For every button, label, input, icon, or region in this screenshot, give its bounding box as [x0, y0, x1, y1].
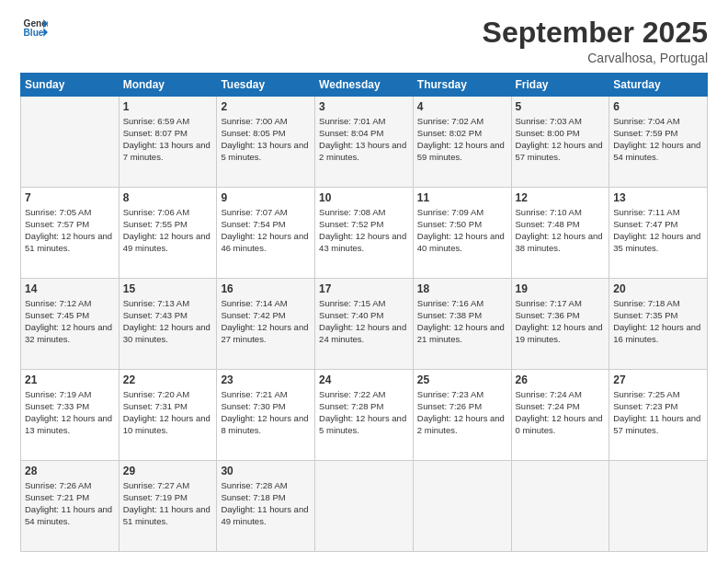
daylight: Daylight: 12 hours and 30 minutes.: [123, 322, 210, 344]
table-row: 11 Sunrise: 7:09 AM Sunset: 7:50 PM Dayl…: [413, 188, 511, 279]
day-number: 9: [221, 190, 311, 205]
daylight: Daylight: 12 hours and 8 minutes.: [221, 413, 308, 435]
table-row: 8 Sunrise: 7:06 AM Sunset: 7:55 PM Dayli…: [119, 188, 217, 279]
day-number: 8: [123, 190, 213, 205]
daylight: Daylight: 12 hours and 46 minutes.: [221, 231, 308, 253]
sunrise: Sunrise: 7:20 AM: [123, 389, 189, 399]
table-row: 24 Sunrise: 7:22 AM Sunset: 7:28 PM Dayl…: [315, 370, 414, 461]
daylight: Daylight: 12 hours and 2 minutes.: [417, 413, 505, 435]
daylight: Daylight: 12 hours and 40 minutes.: [417, 231, 505, 253]
day-number: 10: [319, 190, 409, 205]
daylight: Daylight: 11 hours and 51 minutes.: [123, 504, 210, 526]
table-row: 21 Sunrise: 7:19 AM Sunset: 7:33 PM Dayl…: [21, 370, 119, 461]
table-row: 18 Sunrise: 7:16 AM Sunset: 7:38 PM Dayl…: [413, 279, 511, 370]
sunset: Sunset: 7:50 PM: [417, 219, 482, 229]
table-row: 17 Sunrise: 7:15 AM Sunset: 7:40 PM Dayl…: [315, 279, 414, 370]
sunset: Sunset: 7:19 PM: [123, 492, 188, 502]
sunrise: Sunrise: 7:04 AM: [613, 116, 679, 126]
day-number: 21: [25, 373, 115, 387]
day-number: 15: [123, 282, 213, 296]
daylight: Daylight: 12 hours and 16 minutes.: [613, 322, 700, 344]
sunrise: Sunrise: 7:17 AM: [516, 298, 582, 308]
day-number: 18: [417, 282, 507, 296]
location: Carvalhosa, Portugal: [483, 51, 708, 65]
table-row: [511, 461, 609, 552]
day-number: 26: [516, 373, 606, 387]
calendar-row-2: 14 Sunrise: 7:12 AM Sunset: 7:45 PM Dayl…: [21, 279, 708, 370]
day-number: 6: [613, 99, 703, 114]
sunrise: Sunrise: 7:16 AM: [417, 298, 483, 308]
daylight: Daylight: 12 hours and 57 minutes.: [516, 140, 603, 162]
header-row: Sunday Monday Tuesday Wednesday Thursday…: [21, 74, 708, 97]
day-number: 17: [319, 282, 409, 296]
day-number: 1: [123, 99, 213, 114]
table-row: 14 Sunrise: 7:12 AM Sunset: 7:45 PM Dayl…: [21, 279, 119, 370]
sunset: Sunset: 8:07 PM: [123, 128, 188, 138]
col-saturday: Saturday: [609, 74, 708, 97]
table-row: 19 Sunrise: 7:17 AM Sunset: 7:36 PM Dayl…: [511, 279, 609, 370]
col-wednesday: Wednesday: [315, 74, 414, 97]
sunrise: Sunrise: 7:06 AM: [123, 207, 189, 217]
daylight: Daylight: 12 hours and 49 minutes.: [123, 231, 210, 253]
table-row: 30 Sunrise: 7:28 AM Sunset: 7:18 PM Dayl…: [217, 461, 315, 552]
sunrise: Sunrise: 7:23 AM: [417, 389, 483, 399]
day-number: 27: [613, 373, 703, 387]
day-number: 12: [516, 190, 606, 205]
sunset: Sunset: 7:30 PM: [221, 401, 285, 411]
sunrise: Sunrise: 6:59 AM: [123, 116, 189, 126]
day-number: 20: [613, 282, 703, 296]
table-row: 27 Sunrise: 7:25 AM Sunset: 7:23 PM Dayl…: [609, 370, 708, 461]
table-row: 15 Sunrise: 7:13 AM Sunset: 7:43 PM Dayl…: [119, 279, 217, 370]
daylight: Daylight: 11 hours and 49 minutes.: [221, 504, 308, 526]
day-number: 13: [613, 190, 703, 205]
sunset: Sunset: 7:55 PM: [123, 219, 188, 229]
daylight: Daylight: 12 hours and 32 minutes.: [25, 322, 112, 344]
sunset: Sunset: 7:42 PM: [221, 310, 285, 320]
table-row: 25 Sunrise: 7:23 AM Sunset: 7:26 PM Dayl…: [413, 370, 511, 461]
sunset: Sunset: 7:31 PM: [123, 401, 188, 411]
col-tuesday: Tuesday: [217, 74, 315, 97]
calendar-row-1: 7 Sunrise: 7:05 AM Sunset: 7:57 PM Dayli…: [21, 188, 708, 279]
table-row: 10 Sunrise: 7:08 AM Sunset: 7:52 PM Dayl…: [315, 188, 414, 279]
sunrise: Sunrise: 7:07 AM: [221, 207, 287, 217]
sunrise: Sunrise: 7:18 AM: [613, 298, 679, 308]
sunset: Sunset: 7:38 PM: [417, 310, 482, 320]
header: General Blue September 2025 Carvalhosa, …: [20, 17, 708, 65]
sunrise: Sunrise: 7:03 AM: [516, 116, 582, 126]
sunset: Sunset: 7:18 PM: [221, 492, 285, 502]
sunrise: Sunrise: 7:25 AM: [613, 389, 679, 399]
day-number: 7: [25, 190, 115, 205]
sunrise: Sunrise: 7:15 AM: [319, 298, 385, 308]
table-row: 20 Sunrise: 7:18 AM Sunset: 7:35 PM Dayl…: [609, 279, 708, 370]
day-number: 25: [417, 373, 507, 387]
table-row: 5 Sunrise: 7:03 AM Sunset: 8:00 PM Dayli…: [511, 97, 609, 188]
daylight: Daylight: 12 hours and 59 minutes.: [417, 140, 505, 162]
page: General Blue September 2025 Carvalhosa, …: [0, 0, 728, 563]
col-sunday: Sunday: [21, 74, 119, 97]
day-number: 19: [516, 282, 606, 296]
col-friday: Friday: [511, 74, 609, 97]
table-row: [315, 461, 414, 552]
table-row: [21, 97, 119, 188]
table-row: 28 Sunrise: 7:26 AM Sunset: 7:21 PM Dayl…: [21, 461, 119, 552]
sunrise: Sunrise: 7:24 AM: [516, 389, 582, 399]
table-row: [609, 461, 708, 552]
sunset: Sunset: 7:48 PM: [516, 219, 580, 229]
daylight: Daylight: 12 hours and 35 minutes.: [613, 231, 700, 253]
day-number: 28: [25, 464, 115, 478]
day-number: 2: [221, 99, 311, 114]
daylight: Daylight: 12 hours and 0 minutes.: [516, 413, 603, 435]
sunset: Sunset: 8:02 PM: [417, 128, 482, 138]
daylight: Daylight: 12 hours and 43 minutes.: [319, 231, 406, 253]
day-number: 29: [123, 464, 213, 478]
daylight: Daylight: 12 hours and 13 minutes.: [25, 413, 112, 435]
sunrise: Sunrise: 7:12 AM: [25, 298, 91, 308]
sunrise: Sunrise: 7:13 AM: [123, 298, 189, 308]
daylight: Daylight: 13 hours and 7 minutes.: [123, 140, 210, 162]
daylight: Daylight: 13 hours and 2 minutes.: [319, 140, 406, 162]
sunset: Sunset: 8:04 PM: [319, 128, 383, 138]
table-row: 6 Sunrise: 7:04 AM Sunset: 7:59 PM Dayli…: [609, 97, 708, 188]
table-row: 9 Sunrise: 7:07 AM Sunset: 7:54 PM Dayli…: [217, 188, 315, 279]
sunrise: Sunrise: 7:22 AM: [319, 389, 385, 399]
sunset: Sunset: 7:24 PM: [516, 401, 580, 411]
